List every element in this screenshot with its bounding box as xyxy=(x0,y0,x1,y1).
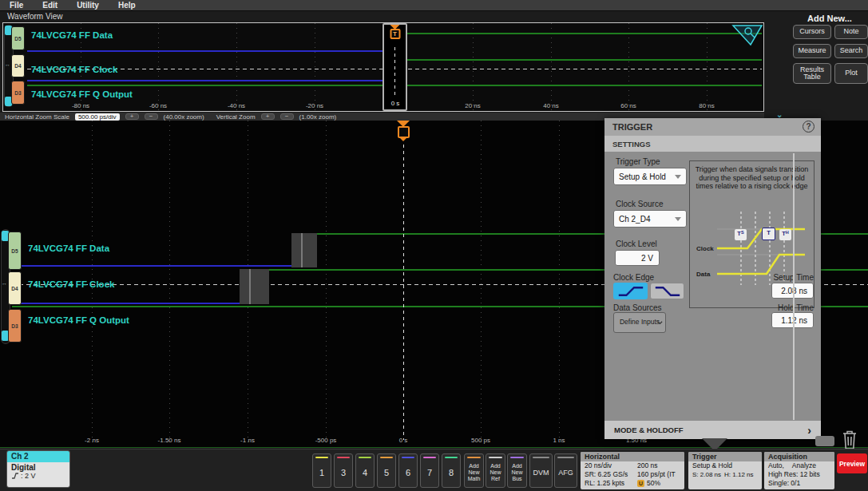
help-icon[interactable]: ? xyxy=(803,121,814,133)
zoom-tick: -500 ps xyxy=(315,437,337,444)
clock-transition-band xyxy=(240,269,269,304)
trigger-panel: TRIGGER ? SETTINGS Trigger Type Setup & … xyxy=(604,118,821,439)
oscilloscope-screen: File Edit Utility Help Waveform View ↔ D… xyxy=(0,0,868,491)
overview-tick: -40 ns xyxy=(228,102,245,109)
channel-label-clock[interactable]: 74LVCG74 FF Clock xyxy=(28,279,114,289)
overview-tick: -60 ns xyxy=(149,102,167,109)
overview-tick: -80 ns xyxy=(72,102,89,109)
zoom-tick: -2 ns xyxy=(85,437,99,444)
clock-low-trace xyxy=(12,303,240,304)
expand-icon xyxy=(657,320,663,326)
channel-label-qoutput[interactable]: 74LVCG74 FF Q Output xyxy=(31,89,133,99)
mode-holdoff-section[interactable]: MODE & HOLDOFF › xyxy=(604,421,821,439)
dvm-button[interactable]: DVM xyxy=(529,453,553,488)
ts-marker: TS xyxy=(735,229,747,240)
note-button[interactable]: Note xyxy=(834,25,868,39)
svg-text:Clock: Clock xyxy=(696,245,714,252)
settings-section-header: SETTINGS xyxy=(604,136,821,152)
channel-label-data[interactable]: 74LVCG74 FF Data xyxy=(31,30,113,40)
delete-button[interactable] xyxy=(841,429,858,451)
h-zoom-minus-button[interactable]: − xyxy=(145,113,158,120)
channel-2-threshold: : 2 V xyxy=(11,472,69,480)
overview-waveform-area[interactable]: ↔ D5 D4 D3 74LVCG74 FF Data 74LVCG74 FF … xyxy=(2,22,764,112)
h-zoom-plus-button[interactable]: + xyxy=(125,113,139,120)
zoom-overview-icon[interactable] xyxy=(731,24,763,46)
zoom-window-box[interactable]: T 0 s xyxy=(382,23,407,111)
gridline xyxy=(707,23,707,111)
search-button[interactable]: Search xyxy=(834,44,868,58)
trigger-type-dropdown[interactable]: Setup & Hold xyxy=(613,168,687,185)
afg-button[interactable]: AFG xyxy=(554,453,577,488)
zoom-tick: 500 ps xyxy=(471,437,490,444)
position-icon: U xyxy=(637,480,644,487)
badge-d4[interactable]: D4 xyxy=(11,54,25,77)
add-channel-1-button[interactable]: 1 xyxy=(312,453,331,488)
chevron-right-icon: › xyxy=(807,424,811,437)
gridline xyxy=(551,23,552,111)
menu-edit[interactable]: Edit xyxy=(42,1,57,10)
acquisition-settings-box[interactable]: Acquisition Auto,Analyze High Res: 12 bi… xyxy=(764,452,834,489)
trigger-panel-header[interactable]: TRIGGER xyxy=(604,118,821,136)
add-channel-4-button[interactable]: 4 xyxy=(355,453,375,488)
th-marker: TH xyxy=(779,229,791,240)
cursors-button[interactable]: Cursors xyxy=(793,25,831,39)
trigger-settings-box[interactable]: Trigger Setup & Hold S: 2.08 nsH: 1.12 n… xyxy=(688,452,762,489)
zoom-tick: -1 ns xyxy=(240,437,255,444)
badge-d3[interactable]: D3 xyxy=(8,309,22,343)
gridline xyxy=(236,23,237,111)
menu-help[interactable]: Help xyxy=(118,1,136,10)
overview-tick: 60 ns xyxy=(620,102,636,109)
add-channel-3-button[interactable]: 3 xyxy=(334,453,353,488)
h-zoom-scale-input[interactable]: 500.00 ps/div xyxy=(75,113,120,121)
falling-edge-button[interactable] xyxy=(650,283,684,299)
overview-tick-zero: 0 s xyxy=(391,100,400,107)
add-channel-7-button[interactable]: 7 xyxy=(420,453,439,488)
trigger-marker-icon[interactable]: T xyxy=(390,25,400,39)
badge-d4[interactable]: D4 xyxy=(8,271,22,305)
add-new-ref-button[interactable]: Add New Ref xyxy=(486,453,505,488)
plot-button[interactable]: Plot xyxy=(834,63,868,84)
data-low-trace xyxy=(12,265,291,267)
badge-d5[interactable]: D5 xyxy=(8,232,22,270)
horizontal-settings-box[interactable]: Horizontal 20 ns/div200 ns SR: 6.25 GS/s… xyxy=(581,452,684,489)
measure-button[interactable]: Measure xyxy=(793,44,831,58)
channel-label-qoutput[interactable]: 74LVCG74 FF Q Output xyxy=(28,315,129,325)
add-channel-6-button[interactable]: 6 xyxy=(398,453,418,488)
trigger-marker-icon[interactable] xyxy=(397,121,410,141)
gridline xyxy=(326,121,327,446)
add-channel-8-button[interactable]: 8 xyxy=(442,453,461,488)
menu-utility[interactable]: Utility xyxy=(77,1,99,10)
zoom-tick: -1.50 ns xyxy=(158,437,181,444)
panel-scrollbar[interactable] xyxy=(793,153,795,420)
v-zoom-minus-button[interactable]: − xyxy=(280,113,294,120)
badge-d5[interactable]: D5 xyxy=(11,26,25,50)
channel-2-name: Ch 2 xyxy=(7,451,69,462)
v-zoom-label: Vertical Zoom xyxy=(216,113,256,121)
channel-2-badge[interactable]: Ch 2 Digital : 2 V xyxy=(6,450,70,488)
define-inputs-button[interactable]: Define Inputs xyxy=(613,312,666,333)
gridline xyxy=(315,23,315,111)
channel-label-data[interactable]: 74LVCG74 FF Data xyxy=(28,244,109,253)
v-zoom-plus-button[interactable]: + xyxy=(261,113,275,120)
clock-source-dropdown[interactable]: Ch 2_D4 xyxy=(613,210,687,228)
panel-grip[interactable] xyxy=(815,436,834,446)
results-table-button[interactable]: Results Table xyxy=(793,63,831,84)
add-channel-5-button[interactable]: 5 xyxy=(377,453,396,488)
gridline xyxy=(628,23,629,111)
badge-d3[interactable]: D3 xyxy=(11,81,25,105)
rising-edge-button[interactable] xyxy=(613,283,648,299)
gridline xyxy=(481,121,482,446)
channel-label-clock[interactable]: 74LVCG74 FF Clock xyxy=(31,65,117,74)
add-new-bus-button[interactable]: Add New Bus xyxy=(507,453,527,488)
menu-file[interactable]: File xyxy=(10,1,23,10)
gridline xyxy=(169,121,170,446)
add-new-math-button[interactable]: Add New Math xyxy=(464,453,484,488)
overview-tick: 20 ns xyxy=(465,102,481,109)
clock-level-label: Clock Level xyxy=(616,240,657,248)
clock-source-label: Clock Source xyxy=(616,200,663,208)
data-transition-band xyxy=(291,233,317,267)
clock-level-field[interactable]: 2 V xyxy=(615,250,660,266)
add-new-buttons: Cursors Note Measure Search Results Tabl… xyxy=(793,25,868,84)
v-zoom-factor: (1.00x zoom) xyxy=(299,113,337,121)
preview-button[interactable]: Preview xyxy=(837,453,867,473)
